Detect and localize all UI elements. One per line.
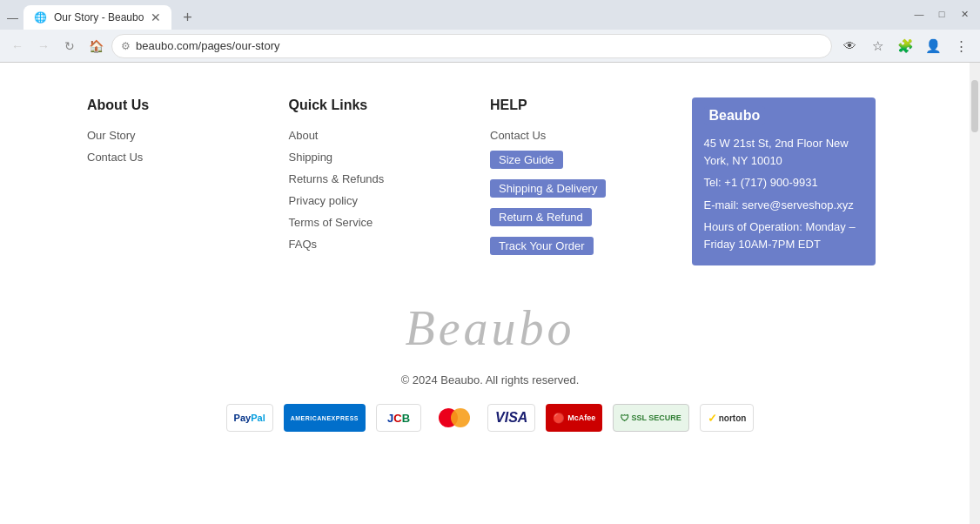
about-us-title: About Us bbox=[87, 97, 272, 113]
quick-links-column: Quick Links About Shipping Returns & Ref… bbox=[289, 97, 491, 265]
help-column: HELP Contact Us Size Guide Shipping & De… bbox=[490, 97, 692, 265]
visa-label: VISA bbox=[495, 410, 527, 426]
home-btn[interactable]: 🏠 bbox=[85, 36, 106, 57]
visa-badge: VISA bbox=[487, 404, 535, 432]
return-refund-link[interactable]: Return & Refund bbox=[490, 208, 592, 226]
address-text: beaubo.com/pages/our-story bbox=[136, 39, 822, 52]
privacy-link[interactable]: Privacy policy bbox=[289, 194, 473, 207]
help-title: HELP bbox=[490, 97, 675, 113]
beaubo-hours: Hours of Operation: Monday – Friday 10AM… bbox=[704, 218, 864, 253]
contact-us-link-about[interactable]: Contact Us bbox=[87, 151, 272, 164]
contact-us-help-link[interactable]: Contact Us bbox=[490, 129, 675, 142]
paypal-badge: PayPal bbox=[226, 404, 273, 432]
track-order-link[interactable]: Track Your Order bbox=[490, 237, 594, 255]
norton-badge: ✓ norton bbox=[700, 404, 755, 432]
about-us-column: About Us Our Story Contact Us bbox=[87, 97, 289, 265]
quick-links-title: Quick Links bbox=[289, 97, 473, 113]
returns-link[interactable]: Returns & Refunds bbox=[289, 172, 473, 185]
extensions-icon[interactable]: 🧩 bbox=[893, 34, 917, 58]
minimize-btn[interactable]: — bbox=[912, 7, 926, 21]
mastercard-badge bbox=[432, 404, 477, 432]
beaubo-tel: Tel: +1 (717) 900-9931 bbox=[704, 173, 864, 192]
window-collapse-btn[interactable]: — bbox=[7, 11, 18, 24]
size-guide-link[interactable]: Size Guide bbox=[490, 151, 563, 169]
eye-off-icon[interactable]: 👁 bbox=[837, 34, 862, 58]
shipping-delivery-link[interactable]: Shipping & Delivery bbox=[490, 179, 606, 198]
menu-icon[interactable]: ⋮ bbox=[949, 34, 973, 58]
page-content: About Us Our Story Contact Us Quick Link… bbox=[0, 63, 980, 524]
footer-logo-section: Beaubo bbox=[87, 292, 893, 373]
mcafee-label: McAfee bbox=[567, 413, 595, 422]
tab-favicon: 🌐 bbox=[34, 11, 47, 24]
ssl-badge: 🛡 SSL SECURE bbox=[613, 404, 688, 432]
browser-tab[interactable]: 🌐 Our Story - Beaubo ✕ bbox=[23, 5, 171, 30]
footer-columns: About Us Our Story Contact Us Quick Link… bbox=[87, 97, 893, 265]
tab-title: Our Story - Beaubo bbox=[54, 11, 144, 24]
norton-label: norton bbox=[719, 413, 747, 423]
footer-payments: PayPal AMERICAN EXPRESS JCB bbox=[87, 404, 893, 449]
mcafee-badge: 🔴 McAfee bbox=[546, 404, 602, 432]
terms-link[interactable]: Terms of Service bbox=[289, 216, 473, 229]
footer-logo-text: Beaubo bbox=[87, 300, 893, 356]
refresh-btn[interactable]: ↻ bbox=[59, 36, 80, 57]
beaubo-contact-box: Beaubo 45 W 21st St, 2nd Floor New York,… bbox=[692, 97, 876, 265]
beaubo-address: 45 W 21st St, 2nd Floor New York, NY 100… bbox=[704, 134, 864, 170]
close-btn[interactable]: ✕ bbox=[957, 7, 971, 21]
amex-badge: AMERICAN EXPRESS bbox=[284, 404, 366, 432]
our-story-link[interactable]: Our Story bbox=[87, 129, 272, 142]
about-link[interactable]: About bbox=[289, 129, 473, 142]
jcb-badge: JCB bbox=[376, 404, 421, 432]
ssl-label: SSL SECURE bbox=[631, 413, 681, 422]
norton-check-icon: ✓ bbox=[708, 412, 717, 425]
browser-toolbar: ← → ↻ 🏠 ⚙ beaubo.com/pages/our-story 👁 ☆… bbox=[0, 30, 980, 63]
faqs-link[interactable]: FAQs bbox=[289, 238, 473, 251]
tab-close-btn[interactable]: ✕ bbox=[151, 10, 161, 24]
beaubo-brand-label: Beaubo bbox=[704, 106, 766, 125]
restore-btn[interactable]: □ bbox=[935, 7, 949, 21]
address-bar[interactable]: ⚙ beaubo.com/pages/our-story bbox=[111, 34, 832, 58]
back-btn[interactable]: ← bbox=[7, 36, 28, 57]
scrollbar[interactable] bbox=[970, 63, 980, 524]
new-tab-btn[interactable]: + bbox=[175, 5, 199, 30]
bookmark-icon[interactable]: ☆ bbox=[865, 34, 889, 58]
profile-icon[interactable]: 👤 bbox=[921, 34, 945, 58]
scrollbar-thumb[interactable] bbox=[971, 80, 978, 132]
browser-window: — 🌐 Our Story - Beaubo ✕ + — □ ✕ ← → ↻ 🏠… bbox=[0, 0, 980, 524]
forward-btn[interactable]: → bbox=[33, 36, 54, 57]
mc-right-circle bbox=[451, 408, 470, 427]
address-lock-icon: ⚙ bbox=[121, 40, 131, 52]
beaubo-email: E-mail: serve@serveshop.xyz bbox=[704, 196, 864, 215]
footer: About Us Our Story Contact Us Quick Link… bbox=[0, 63, 980, 467]
footer-copyright: © 2024 Beaubo. All rights reserved. bbox=[87, 373, 893, 386]
shipping-link[interactable]: Shipping bbox=[289, 151, 473, 164]
beaubo-contact-column: Beaubo 45 W 21st St, 2nd Floor New York,… bbox=[692, 97, 894, 265]
